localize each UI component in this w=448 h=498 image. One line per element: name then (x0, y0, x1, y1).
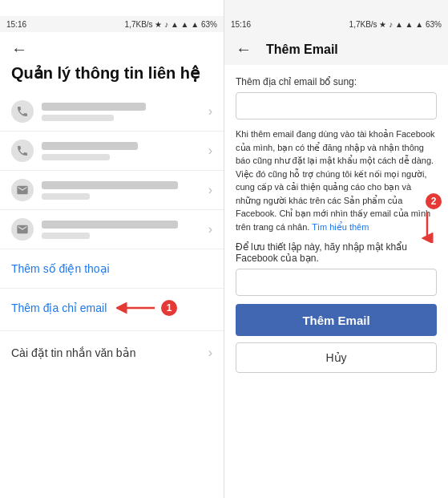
right-back-arrow-icon[interactable]: ← (236, 40, 252, 59)
phone-icon-2 (11, 140, 34, 162)
learn-more-link[interactable]: Tìm hiểu thêm (312, 222, 369, 232)
email-label: Thêm địa chỉ email bổ sung: (236, 76, 437, 87)
contact-main-3 (42, 181, 178, 189)
info-text: Khi thêm email đang dùng vào tài khoản F… (236, 128, 437, 233)
add-email-label: Thêm địa chỉ email (11, 302, 107, 314)
contact-list: › › › (0, 92, 224, 498)
contact-item-phone-1[interactable]: › (0, 92, 224, 132)
annotation-number-1: 1 (161, 300, 177, 316)
back-arrow-icon[interactable]: ← (11, 40, 27, 59)
password-label: Để lưu thiết lập này, hãy nhập mật khẩu … (236, 241, 437, 264)
chevron-right-settings: › (208, 346, 212, 360)
contact-sub-4 (42, 233, 90, 239)
contact-item-phone-2[interactable]: › (0, 132, 224, 171)
arrow-1-svg (116, 300, 156, 316)
email-icon-2 (11, 218, 34, 241)
contact-sub-1 (42, 115, 114, 121)
right-indicators: 1,7KB/s ★ ♪ ▲ ▲ ▲ 63% (349, 20, 442, 29)
right-time: 15:16 (231, 20, 251, 29)
divider-1 (0, 288, 224, 289)
contact-sub-2 (42, 154, 110, 160)
add-email-link[interactable]: Thêm địa chỉ email 1 (0, 292, 224, 324)
left-time: 15:16 (6, 20, 26, 29)
add-email-button[interactable]: Thêm Email (236, 304, 437, 336)
cancel-button[interactable]: Hủy (236, 342, 437, 373)
right-header: ← Thêm Email (224, 32, 448, 65)
contact-info-3 (42, 181, 208, 200)
chevron-right-icon-3: › (208, 183, 212, 197)
add-phone-link[interactable]: Thêm số điện thoại (0, 253, 224, 285)
action-links: Thêm số điện thoại Thêm địa chỉ email (0, 249, 224, 327)
email-input[interactable] (236, 92, 437, 119)
contact-main-1 (42, 103, 146, 111)
divider-2 (0, 330, 224, 331)
left-status-bar: 15:16 1,7KB/s ★ ♪ ▲ ▲ ▲ 63% (0, 16, 224, 32)
contact-main-4 (42, 221, 178, 229)
contact-item-email-2[interactable]: › (0, 210, 224, 249)
settings-item[interactable]: Cài đặt tin nhắn văn bản › (0, 334, 224, 371)
chevron-right-icon-4: › (208, 222, 212, 237)
contact-main-2 (42, 142, 138, 150)
contact-item-email-1[interactable]: › (0, 171, 224, 210)
password-input[interactable] (236, 269, 437, 296)
right-page-title: Thêm Email (266, 43, 338, 57)
info-body: Khi thêm email đang dùng vào tài khoản F… (236, 129, 435, 232)
contact-info-1 (42, 103, 208, 121)
contact-info-4 (42, 221, 208, 239)
form-container: Thêm địa chỉ email bổ sung: Khi thêm ema… (224, 65, 448, 498)
right-status-bar: 15:16 1,7KB/s ★ ♪ ▲ ▲ ▲ 63% (224, 16, 448, 32)
chevron-right-icon-1: › (208, 104, 212, 119)
contact-sub-3 (42, 193, 90, 200)
settings-label: Cài đặt tin nhắn văn bản (11, 346, 135, 359)
phone-icon-1 (11, 100, 34, 123)
left-panel: 15:16 1,7KB/s ★ ♪ ▲ ▲ ▲ 63% ← Quản lý th… (0, 0, 224, 498)
chevron-right-icon-2: › (208, 144, 212, 158)
left-indicators: 1,7KB/s ★ ♪ ▲ ▲ ▲ 63% (125, 20, 217, 29)
left-page-title: Quản lý thông tin liên hệ (0, 63, 224, 92)
add-phone-label: Thêm số điện thoại (11, 262, 110, 275)
email-icon-1 (11, 179, 34, 201)
left-header: ← (0, 32, 224, 63)
right-panel: 15:16 1,7KB/s ★ ♪ ▲ ▲ ▲ 63% ← Thêm Email… (224, 0, 448, 498)
arrow-annotation-1: 1 (116, 300, 177, 316)
contact-info-2 (42, 142, 208, 160)
